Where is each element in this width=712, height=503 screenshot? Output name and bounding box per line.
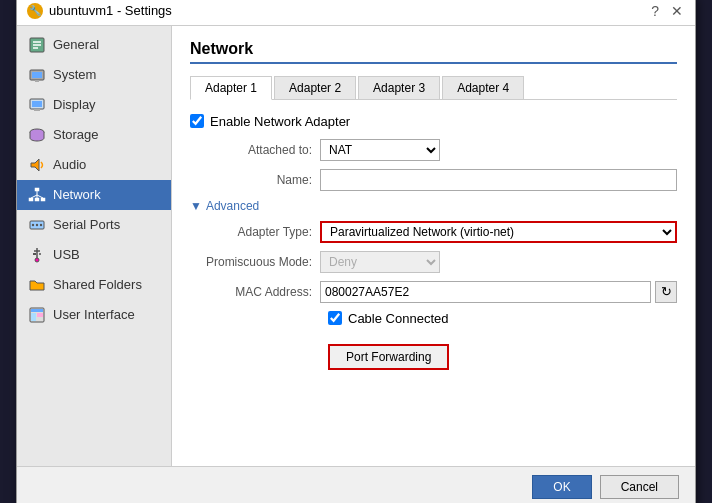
help-button[interactable]: ? — [649, 3, 661, 19]
title-bar-controls: ? ✕ — [649, 3, 685, 19]
svg-rect-6 — [35, 80, 39, 82]
sidebar-item-label-audio: Audio — [53, 157, 86, 172]
cable-connected-row: Cable Connected — [328, 311, 677, 326]
sidebar-item-label-display: Display — [53, 97, 96, 112]
advanced-label: Advanced — [206, 199, 259, 213]
sidebar-item-storage[interactable]: Storage — [17, 120, 171, 150]
mac-label: MAC Address: — [190, 285, 320, 299]
footer: OK Cancel — [17, 466, 695, 504]
window-title: ubuntuvm1 - Settings — [49, 3, 172, 18]
sidebar-item-label-system: System — [53, 67, 96, 82]
enable-adapter-label: Enable Network Adapter — [210, 114, 350, 129]
sidebar-item-usb[interactable]: USB — [17, 240, 171, 270]
adapter-tabs: Adapter 1 Adapter 2 Adapter 3 Adapter 4 — [190, 76, 677, 100]
svg-rect-28 — [31, 313, 36, 321]
adapter-type-input-col: Paravirtualized Network (virtio-net) — [320, 221, 677, 243]
attached-to-input-col: NAT — [320, 139, 677, 161]
sidebar-item-label-general: General — [53, 37, 99, 52]
sidebar-item-user-interface[interactable]: User Interface — [17, 300, 171, 330]
tab-adapter-2[interactable]: Adapter 2 — [274, 76, 356, 99]
svg-point-20 — [32, 223, 34, 225]
close-button[interactable]: ✕ — [669, 3, 685, 19]
sidebar-item-general[interactable]: General — [17, 30, 171, 60]
adapter-type-row: Adapter Type: Paravirtualized Network (v… — [190, 221, 677, 243]
mac-refresh-button[interactable]: ↻ — [655, 281, 677, 303]
content-area: General System Display Storage — [17, 26, 695, 466]
network-icon — [27, 185, 47, 205]
sidebar-item-label-storage: Storage — [53, 127, 99, 142]
cable-connected-label: Cable Connected — [348, 311, 448, 326]
audio-icon — [27, 155, 47, 175]
promiscuous-label: Promiscuous Mode: — [190, 255, 320, 269]
svg-rect-24 — [33, 253, 36, 255]
sidebar-item-network[interactable]: Network — [17, 180, 171, 210]
sidebar-item-label-serial-ports: Serial Ports — [53, 217, 120, 232]
tab-adapter-4[interactable]: Adapter 4 — [442, 76, 524, 99]
usb-icon — [27, 245, 47, 265]
settings-window: 🔧 ubuntuvm1 - Settings ? ✕ General Syste… — [16, 0, 696, 503]
svg-rect-12 — [35, 188, 39, 191]
promiscuous-row: Promiscuous Mode: Deny — [190, 251, 677, 273]
port-forwarding-button[interactable]: Port Forwarding — [328, 344, 449, 370]
sidebar-item-display[interactable]: Display — [17, 90, 171, 120]
promiscuous-input-col: Deny — [320, 251, 677, 273]
enable-adapter-checkbox[interactable] — [190, 114, 204, 128]
sidebar-item-system[interactable]: System — [17, 60, 171, 90]
adapter-type-select[interactable]: Paravirtualized Network (virtio-net) — [320, 221, 677, 243]
system-icon — [27, 65, 47, 85]
sidebar-item-serial-ports[interactable]: Serial Ports — [17, 210, 171, 240]
sidebar-item-label-usb: USB — [53, 247, 80, 262]
general-icon — [27, 35, 47, 55]
svg-rect-13 — [29, 198, 33, 201]
attached-to-row: Attached to: NAT — [190, 139, 677, 161]
sidebar-item-label-shared-folders: Shared Folders — [53, 277, 142, 292]
sidebar-item-audio[interactable]: Audio — [17, 150, 171, 180]
app-icon: 🔧 — [27, 3, 43, 19]
title-bar-left: 🔧 ubuntuvm1 - Settings — [27, 3, 172, 19]
sidebar: General System Display Storage — [17, 26, 172, 466]
port-forwarding-container: Port Forwarding — [190, 336, 677, 370]
shared-folders-icon — [27, 275, 47, 295]
svg-rect-15 — [35, 198, 39, 201]
sidebar-item-label-network: Network — [53, 187, 101, 202]
attached-to-select[interactable]: NAT — [320, 139, 440, 161]
svg-rect-27 — [31, 309, 43, 312]
attached-to-label: Attached to: — [190, 143, 320, 157]
name-label: Name: — [190, 173, 320, 187]
name-input[interactable] — [320, 169, 677, 191]
main-panel: Network Adapter 1 Adapter 2 Adapter 3 Ad… — [172, 26, 695, 466]
sidebar-item-label-user-interface: User Interface — [53, 307, 135, 322]
svg-point-23 — [35, 258, 39, 262]
section-title: Network — [190, 40, 677, 64]
svg-line-17 — [31, 195, 37, 198]
svg-rect-5 — [32, 72, 42, 78]
cancel-button[interactable]: Cancel — [600, 475, 679, 499]
name-row: Name: — [190, 169, 677, 191]
sidebar-item-shared-folders[interactable]: Shared Folders — [17, 270, 171, 300]
svg-point-22 — [40, 223, 42, 225]
svg-rect-8 — [32, 101, 42, 107]
storage-icon — [27, 125, 47, 145]
mac-row: MAC Address: 080027AA57E2 ↻ — [190, 281, 677, 303]
serial-ports-icon — [27, 215, 47, 235]
mac-input-col: 080027AA57E2 ↻ — [320, 281, 677, 303]
tab-adapter-3[interactable]: Adapter 3 — [358, 76, 440, 99]
svg-marker-11 — [31, 159, 39, 171]
svg-rect-9 — [34, 109, 40, 111]
advanced-row[interactable]: ▼ Advanced — [190, 199, 677, 213]
advanced-arrow-icon: ▼ — [190, 199, 202, 213]
cable-connected-checkbox[interactable] — [328, 311, 342, 325]
title-bar: 🔧 ubuntuvm1 - Settings ? ✕ — [17, 0, 695, 26]
enable-adapter-row: Enable Network Adapter — [190, 114, 677, 129]
promiscuous-select[interactable]: Deny — [320, 251, 440, 273]
svg-rect-29 — [37, 313, 43, 317]
user-interface-icon — [27, 305, 47, 325]
adapter-type-label: Adapter Type: — [190, 225, 320, 239]
svg-rect-14 — [41, 198, 45, 201]
svg-line-18 — [37, 195, 43, 198]
name-input-col — [320, 169, 677, 191]
tab-adapter-1[interactable]: Adapter 1 — [190, 76, 272, 100]
ok-button[interactable]: OK — [532, 475, 591, 499]
svg-point-21 — [36, 223, 38, 225]
mac-input[interactable]: 080027AA57E2 — [320, 281, 651, 303]
